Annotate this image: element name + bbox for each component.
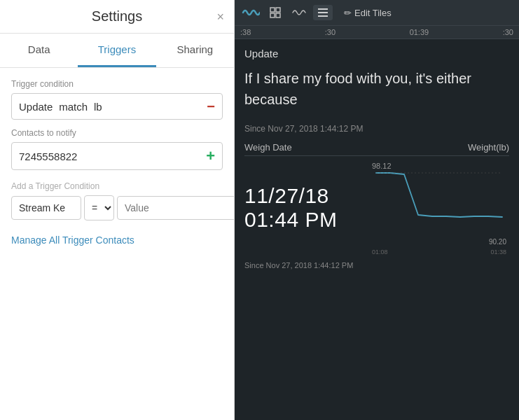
chart-x-labels: 01:08 01:38 xyxy=(369,248,509,255)
right-panel: ✏ Edit Tiles :38 :30 01:39 :30 Update If… xyxy=(235,0,519,420)
add-contact-button[interactable]: + xyxy=(206,148,215,164)
contacts-label: Contacts to notify xyxy=(11,128,223,138)
time-ruler: :38 :30 01:39 :30 xyxy=(235,26,519,39)
tabs-bar: Data Triggers Sharing xyxy=(0,34,234,68)
right-toolbar: ✏ Edit Tiles xyxy=(235,0,519,26)
settings-panel: Settings × Data Triggers Sharing Trigger… xyxy=(0,0,235,420)
chart-value-high: 98.12 xyxy=(372,162,392,170)
trigger-condition-label: Trigger condition xyxy=(11,79,223,89)
contact-number: 7245558822 xyxy=(19,150,206,162)
settings-header: Settings × xyxy=(0,0,234,34)
wave-view-button[interactable] xyxy=(288,4,310,21)
svg-rect-1 xyxy=(276,8,280,12)
equals-select[interactable]: = ≠ > < xyxy=(84,195,114,220)
wave-icon xyxy=(292,7,306,18)
tab-sharing[interactable]: Sharing xyxy=(156,34,234,67)
svg-rect-0 xyxy=(270,8,275,12)
ruler-mark-2: :30 xyxy=(325,28,335,36)
list-view-button[interactable] xyxy=(313,5,333,20)
big-datetime: 11/27/18 01:44 PM xyxy=(244,184,369,232)
grid-icon xyxy=(270,7,281,18)
quote-text: If I share my food with you, it's either… xyxy=(244,68,509,110)
stream-content: Update If I share my food with you, it's… xyxy=(235,39,519,420)
edit-tiles-button[interactable]: ✏ Edit Tiles xyxy=(338,5,397,21)
value-input[interactable] xyxy=(117,196,234,220)
close-button[interactable]: × xyxy=(216,10,224,23)
add-trigger-label: Add a Trigger Condition xyxy=(11,181,223,191)
condition-text-lb: lb xyxy=(94,101,102,113)
since-label-bottom: Since Nov 27, 2018 1:44:12 PM xyxy=(244,261,509,270)
svg-rect-7 xyxy=(369,166,509,250)
x-label-2: 01:38 xyxy=(490,248,506,255)
weigh-date-col: Weigh Date xyxy=(244,142,292,153)
since-label-top: Since Nov 27, 2018 1:44:12 PM xyxy=(244,124,509,134)
tab-data[interactable]: Data xyxy=(0,34,78,67)
edit-tiles-label: Edit Tiles xyxy=(354,8,392,18)
chart-section: 11/27/18 01:44 PM 98.12 01:08 01:38 90.2… xyxy=(244,159,509,257)
trigger-condition-row: Update match lb − xyxy=(11,93,223,120)
chart-left: 11/27/18 01:44 PM xyxy=(244,159,369,257)
svg-rect-3 xyxy=(276,13,280,18)
add-trigger-row: = ≠ > < + xyxy=(11,195,223,220)
panel-content: Trigger condition Update match lb − Cont… xyxy=(0,68,234,420)
chart-value-low: 90.20 xyxy=(489,238,506,246)
ruler-mark-1: :38 xyxy=(240,28,251,36)
update-label: Update xyxy=(244,48,509,59)
stream-logo-svg xyxy=(240,6,260,20)
stream-ke-input[interactable] xyxy=(11,196,81,220)
ruler-marks: :38 :30 01:39 :30 xyxy=(240,28,513,36)
grid-view-button[interactable] xyxy=(265,4,285,21)
svg-rect-2 xyxy=(270,13,275,18)
condition-text-match: match xyxy=(59,101,88,113)
x-label-1: 01:08 xyxy=(372,248,388,255)
settings-title: Settings xyxy=(92,8,142,24)
logo-icon xyxy=(240,6,260,20)
weight-col: Weight(lb) xyxy=(468,142,509,153)
chart-right: 98.12 01:08 01:38 90.20 xyxy=(369,159,509,257)
ruler-mark-3: 01:39 xyxy=(410,28,429,36)
table-header: Weigh Date Weight(lb) xyxy=(244,139,509,156)
contact-row: 7245558822 + xyxy=(11,142,223,170)
list-icon xyxy=(317,8,328,18)
manage-contacts-link[interactable]: Manage All Trigger Contacts xyxy=(11,234,134,246)
remove-condition-button[interactable]: − xyxy=(207,99,215,113)
condition-text-update: Update xyxy=(19,101,53,113)
pencil-icon: ✏ xyxy=(344,8,352,18)
ruler-mark-4: :30 xyxy=(503,28,513,36)
tab-triggers[interactable]: Triggers xyxy=(78,34,155,67)
